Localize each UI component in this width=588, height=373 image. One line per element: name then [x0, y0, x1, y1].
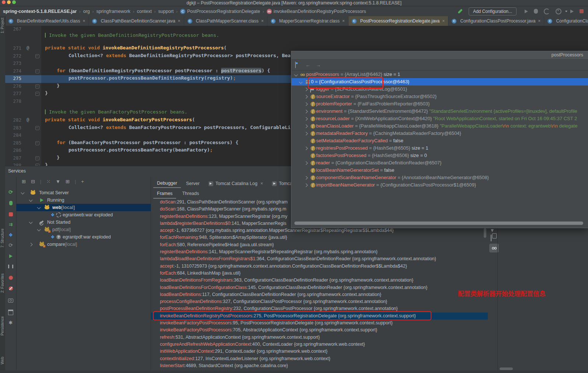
editor-tab[interactable]: CClassPathBeanDefinitionScanner.java× — [89, 16, 184, 26]
editor-tab[interactable]: CBeanDefinitionReaderUtils.class× — [5, 16, 89, 26]
close-tab-icon[interactable]: × — [442, 18, 445, 24]
chevron-down-icon[interactable] — [29, 198, 33, 202]
stack-frame-row[interactable]: forEach:684, LinkedHashMap {java.util} — [151, 270, 488, 277]
variable-row[interactable]: fimportBeanNameGenerator = {Configuratio… — [291, 181, 588, 189]
services-tree-row[interactable]: ?❖egrantpdf:war exploded — [16, 233, 151, 241]
variable-row[interactable]: fresourceLoader = {XmlWebApplicationCont… — [291, 115, 588, 122]
tool-window-stripe-button[interactable]: Web — [0, 357, 4, 364]
rerun-icon[interactable]: ⟳ — [8, 189, 13, 195]
breadcrumb-item[interactable]: spring-context-5.1.8.RELEASE.jar — [3, 9, 77, 14]
variable-row[interactable]: fcomponentScanBeanNameGenerator = {Annot… — [291, 174, 588, 181]
code-line[interactable] — [5, 40, 588, 45]
stack-frame-row[interactable]: forEachRemaining:948, Spliterators$Array… — [151, 234, 488, 241]
chevron-right-icon[interactable] — [304, 88, 308, 91]
thread-dump-icon[interactable] — [8, 299, 13, 303]
close-tab-icon[interactable]: × — [342, 18, 345, 24]
code-line[interactable]: Invoke the given BeanDefinitionRegistryP… — [5, 32, 588, 40]
services-tree-row[interactable]: pdf [local] — [16, 226, 151, 233]
settings-gear-icon[interactable]: ✱ — [9, 320, 13, 325]
subtab-frames[interactable]: Frames — [153, 190, 176, 199]
variable-row[interactable]: fsourceExtractor = {PassThroughSourceExt… — [291, 93, 588, 100]
stack-frame-row[interactable]: lambda$loadBeanDefinitionsFromRegistrars… — [151, 255, 488, 262]
stack-frame-row[interactable]: contextInitialized:127, IrisContextLoade… — [151, 355, 488, 362]
close-tab-icon[interactable]: × — [83, 18, 85, 24]
subtab-threads[interactable]: Threads — [178, 190, 203, 199]
debugger-tab[interactable]: Server — [182, 179, 203, 188]
stop-icon[interactable] — [9, 212, 13, 216]
close-tab-icon[interactable]: × — [178, 18, 181, 24]
fold-marker-icon[interactable] — [35, 69, 39, 73]
services-tree-row[interactable]: Not Started — [16, 219, 151, 226]
close-tab-icon[interactable]: × — [538, 18, 540, 24]
fold-marker-icon[interactable] — [35, 54, 39, 58]
fold-marker-icon[interactable] — [35, 126, 39, 130]
fold-marker-icon[interactable] — [35, 141, 39, 145]
tool-window-stripe-button[interactable]: Persistence — [0, 316, 4, 335]
coverage-button-icon[interactable] — [544, 8, 550, 14]
variable-row[interactable]: fproblemReporter = {FailFastProblemRepor… — [291, 100, 588, 108]
chevron-right-icon[interactable] — [304, 125, 308, 128]
stack-frame-row[interactable]: accept:-1, 637366727 {org.mybatis.spring… — [151, 227, 488, 234]
stack-frame-row[interactable]: initWebApplicationContext:291, ContextLo… — [151, 348, 488, 355]
variable-row[interactable]: freader = {ConfigurationClassBeanDefinit… — [291, 159, 588, 167]
collapse-all-icon[interactable]: ⊟ — [31, 179, 35, 184]
run-secondary-icon[interactable] — [570, 10, 574, 13]
variable-row[interactable]: fbeanClassLoader = {ParallelWebappClassL… — [291, 122, 588, 130]
variable-row[interactable]: fmetadataReaderFactory = {CachingMetadat… — [291, 130, 588, 137]
chevron-down-icon[interactable] — [299, 80, 303, 84]
chevron-down-icon[interactable] — [21, 191, 25, 195]
chevron-right-icon[interactable] — [304, 110, 308, 114]
tool-window-stripe-button[interactable]: 1: Project — [0, 18, 4, 33]
editor-tab[interactable]: CConfigurationClassBeanDefinitionReader.… — [544, 16, 588, 26]
variable-row[interactable]: flocalBeanNameGeneratorSet = false — [291, 167, 588, 174]
tool-window-stripe-button[interactable]: 7: Structure — [0, 229, 4, 248]
variable-row[interactable]: ffactoriesPostProcessed = {HashSet@6506}… — [291, 152, 588, 159]
close-tab-icon[interactable]: × — [260, 181, 263, 186]
add-frame-icon[interactable]: ⊞ — [66, 179, 70, 184]
stack-frame-row[interactable]: registerBeanDefinitions:141, MapperScann… — [151, 248, 488, 255]
stack-frame-row[interactable]: accept:-1, 1310725973 {org.springframewo… — [151, 263, 488, 270]
stack-frame-row[interactable]: processConfigBeanDefinitions:327, Config… — [151, 298, 488, 305]
profiler-dropdown-icon[interactable] — [565, 11, 567, 12]
breadcrumb-item[interactable]: support — [158, 9, 174, 14]
breadcrumb-item[interactable]: org — [83, 9, 90, 14]
debug-restart-icon[interactable] — [9, 201, 13, 205]
fold-marker-icon[interactable] — [35, 156, 39, 160]
chevron-right-icon[interactable] — [304, 132, 308, 136]
chevron-right-icon[interactable] — [29, 243, 33, 247]
chevron-down-icon[interactable] — [294, 73, 298, 77]
forward-arrow-icon[interactable]: → — [316, 62, 321, 68]
chevron-down-icon[interactable] — [29, 220, 33, 224]
debug-button-icon[interactable] — [534, 9, 538, 14]
copy-icon[interactable] — [491, 235, 491, 241]
stack-frame-row[interactable]: invokeBeanFactoryPostProcessors:95, Post… — [151, 320, 488, 327]
mute-breakpoints-icon[interactable] — [9, 286, 13, 290]
debugger-tab[interactable]: Tomcat Catalina Log× — [205, 179, 267, 188]
add-service-icon[interactable]: + — [81, 179, 84, 184]
stack-frame-row[interactable]: loadBeanDefinitions:117, ConfigurationCl… — [151, 291, 488, 298]
chevron-right-icon[interactable] — [304, 102, 308, 106]
stack-frame-row[interactable]: invokeBeanFactoryPostProcessors:705, Abs… — [151, 327, 488, 334]
stack-frame-row[interactable]: configureAndRefreshWebApplicationContext… — [151, 341, 488, 348]
stack-frame-row[interactable]: refresh:531, AbstractApplicationContext … — [151, 334, 488, 341]
expand-all-icon[interactable]: ⊞ — [22, 179, 26, 184]
deploy-all-icon[interactable]: ❖ — [8, 232, 13, 238]
chevron-down-icon[interactable] — [37, 228, 41, 231]
chevron-right-icon[interactable] — [304, 95, 308, 99]
filter-icon[interactable]: ▼ — [56, 179, 60, 184]
stack-frame-row[interactable]: forEach:580, ReferencePipeline$Head {jav… — [151, 241, 488, 248]
fold-marker-icon[interactable] — [35, 84, 39, 88]
breadcrumb-item[interactable]: PostProcessorRegistrationDelegate — [187, 9, 260, 14]
chevron-right-icon[interactable] — [304, 161, 308, 165]
build-hammer-icon[interactable] — [458, 9, 462, 14]
back-arrow-icon[interactable]: ← — [305, 62, 311, 68]
chevron-right-icon[interactable] — [304, 184, 308, 187]
stack-frame-row[interactable]: loadBeanDefinitionsForConfigurationClass… — [151, 284, 488, 291]
editor-tab[interactable]: CPostProcessorRegistrationDelegate.java× — [349, 16, 448, 26]
breadcrumb-item[interactable]: context — [137, 9, 152, 14]
editor-tab[interactable]: CConfigurationClassPostProcessor.java× — [448, 16, 544, 26]
profiler-button-icon[interactable] — [556, 8, 561, 14]
breadcrumb-item[interactable]: springframework — [96, 9, 130, 14]
pause-program-icon[interactable] — [8, 265, 13, 268]
editor-tab[interactable]: CClassPathMapperScanner.class× — [184, 16, 267, 26]
